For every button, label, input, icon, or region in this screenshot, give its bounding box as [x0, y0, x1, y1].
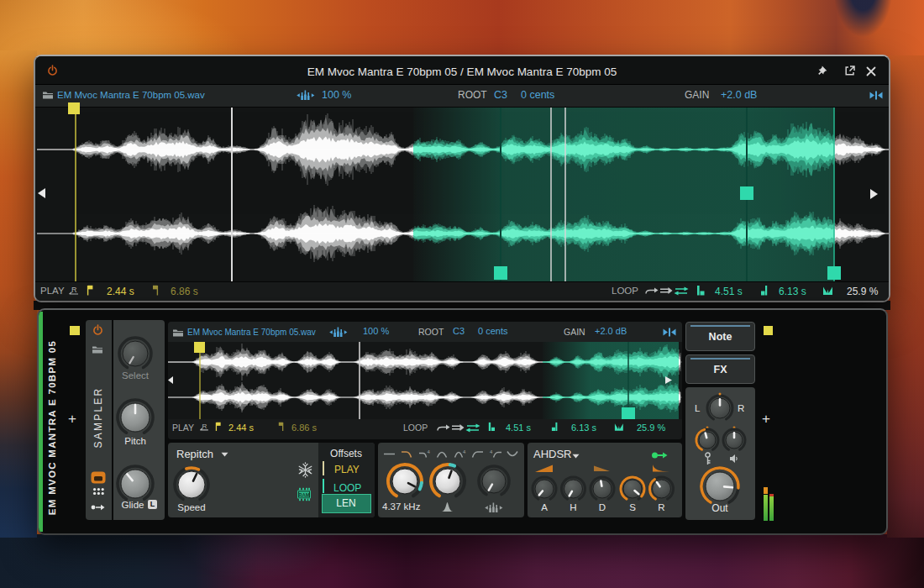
svg-text:4: 4	[490, 449, 493, 454]
svg-text:RAM: RAM	[298, 492, 310, 497]
svg-text:R: R	[71, 286, 77, 294]
svg-text:R: R	[202, 423, 207, 430]
svg-text:4: 4	[428, 449, 431, 454]
svg-text:4: 4	[463, 449, 466, 454]
